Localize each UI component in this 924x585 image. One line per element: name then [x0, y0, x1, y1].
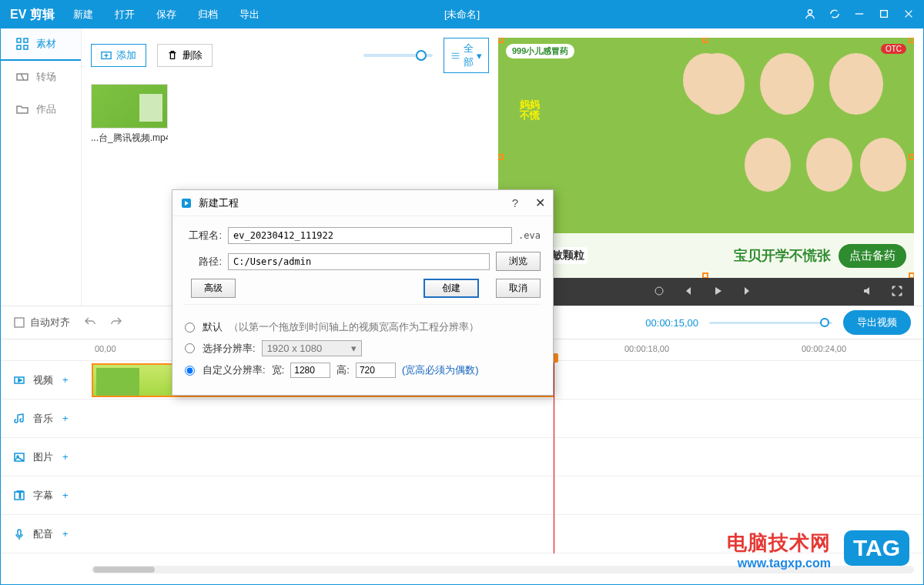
volume-icon[interactable]: [862, 285, 874, 299]
tab-works-label: 作品: [36, 102, 56, 116]
cancel-button[interactable]: 取消: [496, 279, 541, 298]
ad-bottom-bar: 氨酚黄那敏颗粒 宝贝开学不慌张 点击备药: [498, 233, 914, 278]
height-input[interactable]: [356, 363, 396, 378]
auto-align-checkbox[interactable]: 自动对齐: [13, 316, 70, 329]
label-project-name: 工程名:: [185, 229, 222, 242]
tab-works[interactable]: 作品: [1, 93, 81, 125]
svg-text:T: T: [17, 490, 23, 500]
tab-transition[interactable]: 转场: [1, 61, 81, 93]
svg-rect-8: [24, 45, 28, 49]
prev-icon[interactable]: [682, 285, 695, 299]
menu-export[interactable]: 导出: [239, 8, 259, 22]
undo-icon[interactable]: [84, 316, 96, 330]
loop-icon[interactable]: [653, 285, 665, 299]
browse-button[interactable]: 浏览: [496, 252, 541, 271]
create-button[interactable]: 创建: [424, 279, 479, 298]
svg-rect-24: [18, 530, 21, 536]
radio-custom-label: 自定义分辨率:: [203, 363, 266, 377]
tab-transition-label: 转场: [36, 70, 56, 84]
sync-icon[interactable]: [829, 8, 840, 22]
menu-open[interactable]: 打开: [115, 8, 135, 22]
folder-icon: [16, 103, 28, 115]
project-name-input[interactable]: [228, 227, 512, 244]
side-tabs: 素材 转场 作品: [1, 28, 82, 306]
advanced-button[interactable]: 高级: [191, 279, 236, 298]
ad-badge: 999小儿感冒药: [506, 44, 574, 58]
svg-rect-5: [17, 38, 21, 42]
preview-canvas[interactable]: 999小儿感冒药 OTC 妈妈不慌 氨酚黄那敏颗粒 宝贝开学不慌张 点击备药: [498, 38, 914, 278]
svg-point-17: [655, 287, 663, 295]
ad-cta: 点击备药: [839, 244, 906, 268]
next-icon[interactable]: [741, 285, 753, 299]
main-menu: 新建 打开 保存 归档 导出: [73, 8, 259, 22]
grid-icon: [16, 38, 28, 50]
track-row-subtitle[interactable]: [92, 476, 923, 515]
close-icon[interactable]: [903, 8, 914, 22]
svg-rect-18: [15, 318, 24, 327]
track-image[interactable]: 图片+: [1, 438, 92, 476]
menu-save[interactable]: 保存: [156, 8, 176, 22]
asset-thumb-label: ...台_腾讯视频.mp4: [91, 132, 168, 145]
track-subtitle[interactable]: T字幕+: [1, 476, 92, 515]
preview-panel: 999小儿感冒药 OTC 妈妈不慌 氨酚黄那敏颗粒 宝贝开学不慌张 点击备药: [498, 38, 914, 306]
timeline-zoom-slider[interactable]: [709, 322, 832, 324]
track-voice[interactable]: 配音+: [1, 515, 92, 553]
asset-thumb[interactable]: ...台_腾讯视频.mp4: [91, 84, 168, 145]
document-title: [未命名]: [444, 8, 480, 22]
playhead[interactable]: [554, 361, 554, 553]
track-row-image[interactable]: [92, 438, 923, 476]
play-icon[interactable]: [711, 285, 724, 299]
zoom-slider[interactable]: [363, 54, 433, 57]
menu-archive[interactable]: 归档: [198, 8, 218, 22]
add-label: 添加: [116, 48, 136, 62]
new-project-dialog: 新建工程 ? ✕ 工程名: .eva 路径: 浏览 高级 创建 取消 默认 （以…: [172, 189, 554, 396]
svg-point-0: [808, 9, 812, 13]
dialog-icon: [180, 197, 192, 209]
svg-rect-2: [881, 10, 888, 17]
list-icon: [450, 51, 460, 61]
add-button[interactable]: 添加: [91, 44, 146, 67]
width-input[interactable]: [290, 363, 330, 378]
radio-custom[interactable]: [185, 366, 195, 376]
help-icon[interactable]: ?: [512, 196, 518, 209]
svg-line-10: [21, 74, 24, 80]
fullscreen-icon[interactable]: [891, 285, 903, 299]
filter-dropdown[interactable]: 全部 ▾: [444, 38, 489, 73]
track-video[interactable]: 视频+: [1, 361, 92, 399]
transition-icon: [16, 71, 28, 83]
radio-default[interactable]: [185, 323, 195, 333]
trash-icon: [167, 50, 178, 61]
delete-label: 删除: [182, 48, 203, 62]
label-path: 路径:: [185, 255, 222, 269]
dialog-close-icon[interactable]: ✕: [535, 196, 545, 210]
export-video-button[interactable]: 导出视频: [843, 310, 911, 335]
user-icon[interactable]: [805, 8, 815, 22]
ad-headline: 妈妈不慌: [520, 99, 540, 122]
width-label: 宽:: [272, 363, 285, 377]
minimize-icon[interactable]: [854, 8, 865, 22]
title-bar: EV 剪辑 新建 打开 保存 归档 导出 [未命名]: [1, 1, 923, 28]
track-row-music[interactable]: [92, 399, 923, 438]
chevron-down-icon: ▾: [477, 50, 482, 62]
ad-slogan: 宝贝开学不慌张: [734, 246, 831, 265]
redo-icon[interactable]: [110, 316, 122, 330]
resolution-select[interactable]: 1920 x 1080▾: [262, 340, 362, 356]
project-path-input[interactable]: [228, 253, 490, 270]
maximize-icon[interactable]: [879, 8, 889, 22]
ruler-tick: 00:00:24,00: [802, 344, 846, 353]
tab-assets[interactable]: 素材: [1, 28, 81, 61]
tab-assets-label: 素材: [36, 37, 56, 51]
tag-badge: TAG: [844, 530, 909, 566]
filter-label: 全部: [464, 42, 474, 69]
app-logo: EV 剪辑: [10, 7, 55, 23]
ruler-tick: 00,00: [95, 344, 116, 353]
auto-align-label: 自动对齐: [30, 316, 70, 329]
delete-button[interactable]: 删除: [157, 44, 213, 67]
watermark: 电脑技术网 www.tagxp.com: [727, 530, 831, 570]
track-music[interactable]: 音乐+: [1, 399, 92, 438]
radio-select[interactable]: [185, 343, 195, 353]
svg-rect-6: [24, 38, 28, 42]
menu-new[interactable]: 新建: [73, 8, 93, 22]
add-icon: [101, 50, 112, 61]
svg-rect-7: [17, 45, 21, 49]
